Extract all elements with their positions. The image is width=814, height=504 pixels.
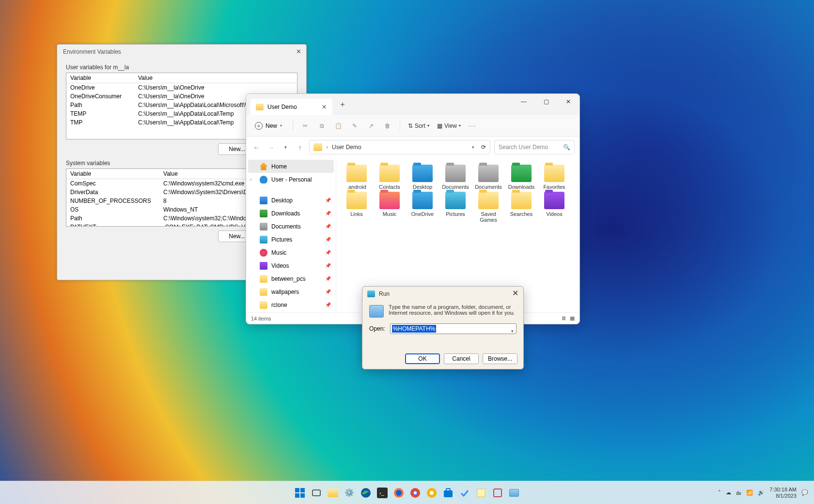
file-item[interactable]: Saved Games [472, 192, 505, 223]
start-button[interactable] [293, 486, 307, 500]
file-item[interactable]: Pictures [439, 192, 472, 223]
taskbar-app-chrome-canary[interactable] [425, 486, 438, 500]
taskbar-clock[interactable]: 7:30:18 AM 8/1/2023 [769, 487, 797, 499]
file-item[interactable]: Videos [538, 192, 571, 223]
sidebar-item-between_pcs[interactable]: between_pcs📌 [246, 272, 336, 285]
breadcrumb[interactable]: User Demo [332, 144, 361, 151]
tab-title: User Demo [267, 104, 297, 110]
tray-language-icon[interactable]: 🖮 [736, 490, 741, 496]
file-item[interactable]: Desktop [406, 165, 439, 190]
tray-onedrive-icon[interactable]: ☁ [726, 489, 731, 496]
open-combobox[interactable]: %HOMEPATH% [390, 323, 517, 334]
col-variable[interactable]: Variable [66, 73, 134, 83]
file-item[interactable]: Downloads [505, 165, 538, 190]
file-item[interactable]: Links [340, 192, 373, 223]
file-item[interactable]: Music [373, 192, 406, 223]
pin-icon[interactable]: 📌 [325, 289, 331, 294]
explorer-tab[interactable]: User Demo ✕ [250, 99, 332, 115]
pin-icon[interactable]: 📌 [325, 211, 331, 216]
sidebar-item-downloads[interactable]: Downloads📌 [246, 207, 336, 220]
chevron-right-icon[interactable]: › [250, 177, 251, 182]
back-button[interactable]: ← [251, 142, 262, 153]
file-item[interactable]: Documents [439, 165, 472, 190]
forward-button[interactable]: → [266, 142, 276, 153]
tray-wifi-icon[interactable]: 📶 [746, 489, 753, 496]
taskbar-app-snip[interactable] [491, 486, 504, 500]
sidebar-item-home[interactable]: Home [248, 160, 334, 173]
maximize-button[interactable]: ▢ [535, 94, 557, 109]
taskbar-app-chrome[interactable] [408, 486, 422, 500]
more-button[interactable]: ··· [469, 122, 476, 129]
taskbar-app-run[interactable] [507, 486, 521, 500]
taskbar-app-terminal[interactable]: ›_ [376, 486, 389, 500]
minimize-button[interactable]: — [513, 94, 535, 109]
col-value[interactable]: Value [134, 73, 297, 83]
view-button[interactable]: ▦ View ▾ [437, 122, 461, 129]
tab-close-icon[interactable]: ✕ [322, 104, 327, 110]
sidebar-item-pictures[interactable]: Pictures📌 [246, 233, 336, 246]
taskbar-app-settings[interactable]: ⚙️ [343, 486, 356, 500]
close-button[interactable]: ✕ [557, 94, 579, 109]
sidebar-item-wallpapers[interactable]: wallpapers📌 [246, 285, 336, 298]
sidebar-item-personal[interactable]: ›User - Personal [246, 173, 336, 186]
chevron-down-icon[interactable]: ▾ [511, 329, 514, 334]
tray-volume-icon[interactable]: 🔊 [758, 489, 765, 496]
file-item[interactable]: Documents [472, 165, 505, 190]
pin-icon[interactable]: 📌 [325, 263, 331, 268]
details-view-icon[interactable]: ≣ [562, 315, 566, 321]
open-value: %HOMEPATH% [392, 325, 437, 333]
rename-icon[interactable]: ✎ [350, 122, 359, 130]
taskbar-app-edge[interactable] [359, 486, 373, 500]
pin-icon[interactable]: 📌 [325, 302, 331, 307]
taskbar-app-notes[interactable] [474, 486, 488, 500]
sidebar-item-desktop[interactable]: Desktop📌 [246, 194, 336, 207]
refresh-icon[interactable]: ⟳ [481, 144, 486, 151]
file-item[interactable]: OneDrive [406, 192, 439, 223]
table-row[interactable]: OneDriveC:\Users\m__la\OneDrive [66, 83, 297, 92]
paste-icon[interactable]: 📋 [334, 122, 343, 130]
delete-icon[interactable]: 🗑 [383, 122, 392, 130]
taskbar-app-store[interactable] [441, 486, 455, 500]
titlebar[interactable]: User Demo ✕ + — ▢ ✕ [246, 94, 579, 115]
file-item[interactable]: Searches [505, 192, 538, 223]
tray-notifications-icon[interactable]: 💬 [801, 489, 808, 496]
run-titlebar[interactable]: Run [362, 287, 523, 301]
sidebar-item-videos[interactable]: Videos📌 [246, 259, 336, 272]
large-icons-view-icon[interactable]: ▦ [570, 315, 575, 321]
taskbar: ⚙️ ›_ ˄ ☁ 🖮 📶 🔊 7:30:18 AM 8/1/2023 💬 [0, 481, 814, 504]
file-item[interactable]: Favorites [538, 165, 571, 190]
tray-chevron-icon[interactable]: ˄ [718, 489, 721, 496]
taskbar-app-firefox[interactable] [392, 486, 406, 500]
pin-icon[interactable]: 📌 [325, 198, 331, 203]
cut-icon[interactable]: ✂ [301, 122, 310, 130]
search-input[interactable]: Search User Demo 🔍 [494, 140, 575, 154]
sidebar-item-documents[interactable]: Documents📌 [246, 220, 336, 233]
pin-icon[interactable]: 📌 [325, 224, 331, 229]
close-button[interactable]: ✕ [511, 290, 519, 298]
copy-icon[interactable]: ⧉ [317, 122, 326, 130]
browse-button[interactable]: Browse... [483, 353, 517, 364]
file-item[interactable]: .android [340, 165, 373, 190]
file-item[interactable]: Contacts [373, 165, 406, 190]
pin-icon[interactable]: 📌 [325, 250, 331, 255]
pin-icon[interactable]: 📌 [325, 276, 331, 281]
cancel-button[interactable]: Cancel [444, 353, 479, 364]
add-tab-button[interactable]: + [335, 100, 350, 109]
address-bar[interactable]: › User Demo ▾ ⟳ [309, 140, 490, 154]
svg-point-12 [414, 491, 417, 494]
sidebar-item-music[interactable]: Music📌 [246, 246, 336, 259]
share-icon[interactable]: ↗ [367, 122, 376, 130]
taskbar-app-todo[interactable] [458, 486, 471, 500]
close-button[interactable]: ✕ [294, 47, 303, 57]
up-button[interactable]: ↑ [295, 142, 305, 153]
task-view-button[interactable] [310, 486, 323, 500]
sidebar-item-rclone[interactable]: rclone📌 [246, 298, 336, 311]
ok-button[interactable]: OK [405, 353, 440, 364]
pin-icon[interactable]: 📌 [325, 237, 331, 242]
taskbar-app-explorer[interactable] [326, 486, 340, 500]
chevron-down-icon[interactable]: ▾ [472, 145, 474, 150]
new-button[interactable]: +New▾ [252, 122, 285, 130]
recent-dropdown[interactable]: ▾ [280, 142, 291, 153]
col-variable[interactable]: Variable [66, 169, 159, 179]
sort-button[interactable]: ⇅ Sort ▾ [408, 122, 429, 129]
